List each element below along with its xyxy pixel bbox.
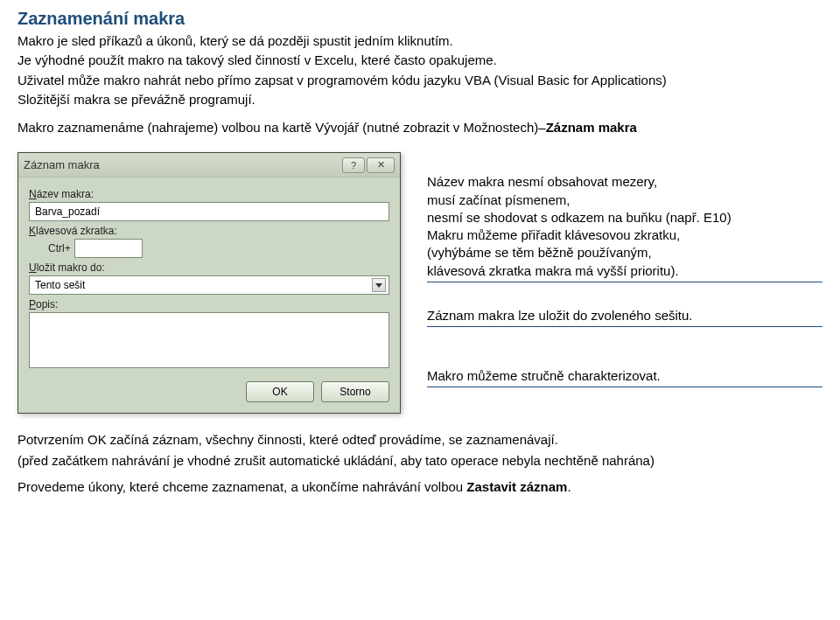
footer-1: Potvrzením OK začíná záznam, všechny čin… — [18, 431, 822, 449]
intro-2: Je výhodné použít makro na takový sled č… — [18, 52, 822, 69]
intro-1: Makro je sled příkazů a úkonů, který se … — [18, 32, 822, 50]
intro-5b: Záznam makra — [546, 120, 637, 135]
footer-2: (před začátkem nahrávání je vhodné zruši… — [18, 452, 822, 470]
label-description: Popis: — [29, 298, 389, 310]
store-select-value: Tento sešit — [35, 279, 85, 291]
description-field[interactable] — [29, 312, 389, 368]
footer-3: Provedeme úkony, které chceme zaznamenat… — [18, 478, 822, 496]
label-shortcut-rest: lávesová zkratka: — [36, 225, 117, 237]
intro-5: Makro zaznamenáme (nahrajeme) volbou na … — [18, 119, 822, 136]
help-icon[interactable]: ? — [342, 157, 365, 173]
label-shortcut-mnemonic: K — [29, 225, 36, 237]
label-description-mnemonic: P — [29, 298, 36, 310]
note-store: Záznam makra lze uložit do zvoleného seš… — [427, 307, 822, 327]
intro-3: Uživatel může makro nahrát nebo přímo za… — [18, 72, 822, 89]
record-macro-dialog: Záznam makra ? ✕ Název makra: Klávesová … — [18, 152, 401, 414]
shortcut-field[interactable] — [74, 239, 143, 258]
note-name-rules: Název makra nesmí obsahovat mezery, musí… — [427, 173, 822, 282]
shortcut-prefix: Ctrl+ — [48, 242, 71, 254]
label-store-mnemonic: U — [29, 261, 37, 274]
intro-5a: Makro zaznamenáme (nahrajeme) volbou na … — [18, 120, 546, 135]
note-description: Makro můžeme stručně charakterizovat. — [427, 367, 822, 387]
label-store: Uložit makro do: — [29, 261, 389, 274]
label-shortcut: Klávesová zkratka: — [29, 225, 389, 237]
label-macro-name-rest: ázev makra: — [37, 188, 94, 200]
store-select[interactable]: Tento sešit — [29, 275, 389, 295]
close-icon[interactable]: ✕ — [367, 157, 395, 173]
footer-3b: Zastavit záznam — [466, 479, 567, 494]
footer-3a: Provedeme úkony, které chceme zaznamenat… — [18, 479, 466, 494]
page-title: Zaznamenání makra — [18, 9, 822, 29]
label-macro-name-mnemonic: N — [29, 188, 37, 200]
chevron-down-icon[interactable] — [372, 278, 386, 292]
label-description-rest: opis: — [36, 298, 58, 310]
footer-3-dot: . — [567, 479, 570, 494]
intro-4: Složitější makra se převážně programují. — [18, 91, 822, 108]
label-store-rest: ložit makro do: — [37, 261, 105, 274]
dialog-titlebar[interactable]: Záznam makra ? ✕ — [18, 153, 400, 178]
cancel-button[interactable]: Storno — [321, 381, 389, 402]
label-macro-name: Název makra: — [29, 188, 389, 200]
ok-button[interactable]: OK — [246, 381, 314, 402]
macro-name-field[interactable] — [29, 202, 389, 221]
dialog-title: Záznam makra — [24, 158, 342, 171]
